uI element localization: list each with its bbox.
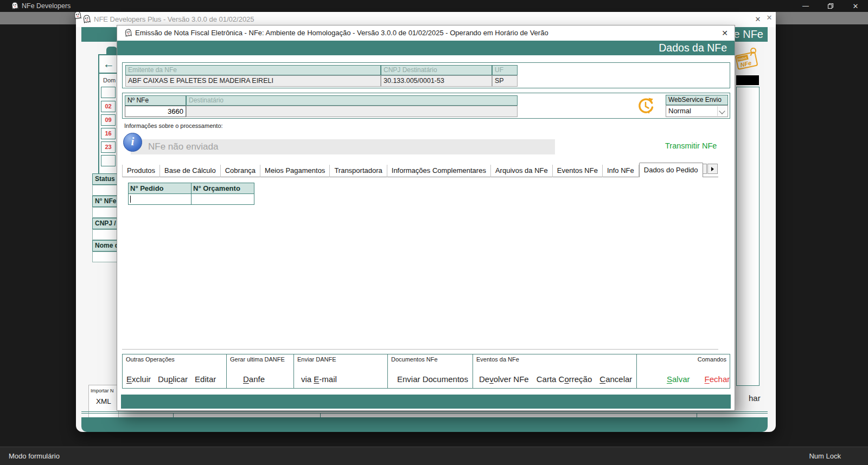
background-window-icon <box>73 11 82 20</box>
duplicar-button[interactable]: Duplicar <box>158 374 188 384</box>
calendar-day-header: Dom <box>103 77 116 83</box>
tab-arquivos-da-nfe[interactable]: Arquivos da NFe <box>491 165 553 177</box>
info-icon: i <box>123 133 142 152</box>
excluir-button[interactable]: Excluir <box>126 374 151 384</box>
section-label: Outras Operações <box>123 354 226 363</box>
bg-divider-line <box>81 413 768 414</box>
grid-cell-orcamento[interactable] <box>191 193 254 205</box>
bg-column-line <box>697 413 697 417</box>
tab-meios-pagamentos[interactable]: Meios Pagamentos <box>260 165 330 177</box>
carta-correcao-button[interactable]: Carta Correção <box>537 374 592 384</box>
section-enviar-danfe: Enviar DANFE via E-mail <box>294 354 388 388</box>
dados-nfe-tag-icon: dados NFe <box>735 47 761 74</box>
section-label: Gerar ultima DANFE <box>227 354 293 363</box>
status-numlock-text: Num Lock <box>809 447 841 465</box>
fechar-button[interactable]: Fechar <box>705 374 730 384</box>
main-window-close-icon[interactable]: ✕ <box>754 15 762 24</box>
text-caret <box>130 196 131 203</box>
emitente-groupbox: Emitente da NFe CNPJ Destinatário UF ABF… <box>122 62 730 88</box>
webservice-selected-value: Normal <box>668 106 691 117</box>
section-label: Enviar DANFE <box>294 354 387 363</box>
tab-eventos-nfe[interactable]: Eventos NFe <box>553 165 603 177</box>
nfe-number-field[interactable]: 3660 <box>125 106 186 117</box>
background-window-close-icon[interactable]: ✕ <box>765 14 774 22</box>
app-logo-icon <box>11 2 19 10</box>
bg-column-line <box>320 413 321 417</box>
desktop-titlebar: NFe Developers — ✕ <box>0 0 868 12</box>
grid-header-pedido: N° Pedido <box>128 183 192 194</box>
restore-icon <box>827 3 834 9</box>
section-documentos-nfe: Documentos NFe Enviar Documentos <box>388 354 473 388</box>
pedido-grid: N° Pedido N° Orçamento <box>128 183 254 205</box>
tab-produtos[interactable]: Produtos <box>122 165 160 177</box>
tab-informacoes-complementares[interactable]: Informações Complementares <box>387 165 491 177</box>
close-button[interactable]: ✕ <box>843 0 868 12</box>
calendar-cell[interactable]: 02 <box>101 101 116 112</box>
section-comandos: Comandos Salvar Fechar <box>637 354 730 388</box>
cnpj-destinatario-value: 30.133.005/0001-53 <box>381 75 492 87</box>
emitente-value: ABF CAIXAS E PALETES DE MADEIRA EIRELI <box>125 75 381 87</box>
tab-cobranca[interactable]: Cobrança <box>221 165 260 177</box>
uf-label: UF <box>492 65 518 75</box>
combo-dropdown-button[interactable] <box>717 106 727 116</box>
dialog-close-icon[interactable]: ✕ <box>720 29 729 37</box>
bg-fechar-fragment: har <box>749 393 761 403</box>
enviar-documentos-button[interactable]: Enviar Documentos <box>397 374 468 384</box>
section-label: Documentos NFe <box>388 354 473 363</box>
status-mode-text: Modo formulário <box>9 447 60 465</box>
dialog-titlebar: Emissão de Nota Fiscal Eletrônica - NFe:… <box>117 25 735 41</box>
bg-side-panel <box>736 87 760 386</box>
xml-import-button[interactable]: XML <box>89 397 118 405</box>
section-gerar-danfe: Gerar ultima DANFE Danfe <box>227 354 294 388</box>
destinatario-field[interactable] <box>186 106 518 117</box>
bg-column-line <box>173 413 174 417</box>
action-panel: Outras Operações Excluir Duplicar Editar… <box>122 354 730 389</box>
chevron-down-icon <box>719 108 725 114</box>
history-clock-icon[interactable] <box>636 96 655 116</box>
section-label: Comandos <box>637 354 730 363</box>
dialog-header-band: Dados da NFe <box>117 41 735 55</box>
destinatario-label: Destinatário <box>186 95 518 106</box>
section-label: Eventos da NFe <box>473 354 636 363</box>
tab-dados-do-pedido[interactable]: Dados do Pedido <box>639 163 703 177</box>
salvar-button[interactable]: Salvar <box>667 374 690 384</box>
nfe-emission-dialog: Emissão de Nota Fiscal Eletrônica - NFe:… <box>117 25 735 411</box>
calendar-cell[interactable]: 16 <box>101 128 116 139</box>
main-window-bottom-band <box>81 417 768 432</box>
tab-base-de-calculo[interactable]: Base de Cálculo <box>160 165 221 177</box>
calendar-cell[interactable] <box>101 155 116 166</box>
processing-status-text: NFe não enviada <box>148 139 555 154</box>
cancelar-button[interactable]: Cancelar <box>599 374 632 384</box>
minimize-button[interactable]: — <box>793 0 818 12</box>
uf-value: SP <box>492 75 518 87</box>
dialog-icon <box>124 29 132 37</box>
dialog-title: Emissão de Nota Fiscal Eletrônica - NFe:… <box>135 25 548 41</box>
webservice-select[interactable]: Normal <box>666 105 728 117</box>
tab-transportadora[interactable]: Transportadora <box>330 165 387 177</box>
calendar-cell[interactable]: 09 <box>101 114 116 126</box>
via-email-button[interactable]: via E-mail <box>301 374 337 384</box>
main-window-icon <box>82 15 91 23</box>
restore-button[interactable] <box>818 0 843 12</box>
devolver-nfe-button[interactable]: Devolver NFe <box>479 374 529 384</box>
editar-button[interactable]: Editar <box>195 374 216 384</box>
tab-info-nfe[interactable]: Info NFe <box>603 165 639 177</box>
webservice-label: WebService Envio <box>666 95 728 105</box>
calendar-cell[interactable]: 23 <box>101 141 116 153</box>
cnpj-destinatario-label: CNPJ Destinatário <box>381 65 492 75</box>
dialog-bottom-band <box>121 395 731 409</box>
grid-header-orcamento: N° Orçamento <box>191 183 254 194</box>
bg-selected-row <box>736 75 759 85</box>
bg-divider-line <box>81 411 768 412</box>
section-outras-operacoes: Outras Operações Excluir Duplicar Editar <box>123 354 227 388</box>
calendar-cell[interactable] <box>101 87 116 98</box>
processing-status-bar: NFe não enviada <box>131 139 555 154</box>
desktop-window-title: NFe Developers <box>22 0 71 12</box>
grid-cell-pedido[interactable] <box>128 193 192 205</box>
emitente-label: Emitente da NFe <box>125 65 381 75</box>
tabstrip: Produtos Base de Cálculo Cobrança Meios … <box>122 163 718 177</box>
tab-page-bottom-line <box>122 349 718 350</box>
danfe-button[interactable]: Danfe <box>243 374 265 384</box>
section-eventos-da-nfe: Eventos da NFe Devolver NFe Carta Correç… <box>473 354 637 388</box>
transmit-nfe-link[interactable]: Transmitir NFe <box>665 141 717 150</box>
